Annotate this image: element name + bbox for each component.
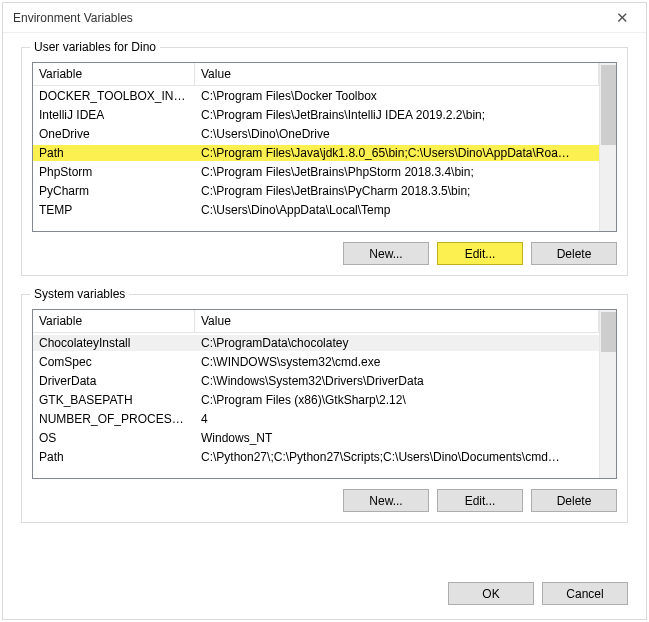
table-row[interactable]: OSWindows_NT: [33, 428, 599, 447]
window-title: Environment Variables: [13, 11, 608, 25]
table-row[interactable]: NUMBER_OF_PROCESSORS4: [33, 409, 599, 428]
cell-value: C:\Program Files\JetBrains\PhpStorm 2018…: [195, 164, 599, 180]
user-variables-group: User variables for Dino Variable Value D…: [21, 47, 628, 276]
sys-edit-button[interactable]: Edit...: [437, 489, 523, 512]
user-header-value[interactable]: Value: [195, 63, 599, 85]
cell-value: 4: [195, 411, 599, 427]
user-edit-button[interactable]: Edit...: [437, 242, 523, 265]
sys-scrollbar[interactable]: [599, 310, 616, 478]
cell-value: C:\Program Files\JetBrains\IntelliJ IDEA…: [195, 107, 599, 123]
system-group-title: System variables: [30, 287, 129, 301]
cell-value: C:\Users\Dino\AppData\Local\Temp: [195, 202, 599, 218]
system-variables-list[interactable]: Variable Value ChocolateyInstallC:\Progr…: [32, 309, 617, 479]
user-new-button[interactable]: New...: [343, 242, 429, 265]
cell-variable: PyCharm: [33, 183, 195, 199]
table-row[interactable]: ComSpecC:\WINDOWS\system32\cmd.exe: [33, 352, 599, 371]
table-row[interactable]: ChocolateyInstallC:\ProgramData\chocolat…: [33, 333, 599, 352]
sys-header-variable[interactable]: Variable: [33, 310, 195, 332]
cell-variable: IntelliJ IDEA: [33, 107, 195, 123]
sys-delete-button[interactable]: Delete: [531, 489, 617, 512]
user-group-title: User variables for Dino: [30, 40, 160, 54]
table-row[interactable]: TEMPC:\Users\Dino\AppData\Local\Temp: [33, 200, 599, 219]
close-icon[interactable]: ✕: [608, 9, 636, 27]
sys-list-inner: Variable Value ChocolateyInstallC:\Progr…: [33, 310, 599, 478]
user-buttons: New... Edit... Delete: [32, 242, 617, 265]
user-delete-button[interactable]: Delete: [531, 242, 617, 265]
cell-value: Windows_NT: [195, 430, 599, 446]
cell-variable: Path: [33, 449, 195, 465]
cell-value: C:\Program Files (x86)\GtkSharp\2.12\: [195, 392, 599, 408]
sys-scroll-thumb[interactable]: [601, 312, 616, 352]
user-headers[interactable]: Variable Value: [33, 63, 599, 86]
table-row[interactable]: PathC:\Program Files\Java\jdk1.8.0_65\bi…: [33, 143, 599, 162]
cell-variable: PhpStorm: [33, 164, 195, 180]
cell-variable: Path: [33, 145, 195, 161]
table-row[interactable]: PyCharmC:\Program Files\JetBrains\PyChar…: [33, 181, 599, 200]
table-row[interactable]: OneDriveC:\Users\Dino\OneDrive: [33, 124, 599, 143]
sys-headers[interactable]: Variable Value: [33, 310, 599, 333]
sys-new-button[interactable]: New...: [343, 489, 429, 512]
titlebar: Environment Variables ✕: [3, 3, 646, 33]
table-row[interactable]: DriverDataC:\Windows\System32\Drivers\Dr…: [33, 371, 599, 390]
window-body: User variables for Dino Variable Value D…: [3, 33, 646, 619]
cell-variable: OS: [33, 430, 195, 446]
cell-value: C:\Program Files\Docker Toolbox: [195, 88, 599, 104]
sys-buttons: New... Edit... Delete: [32, 489, 617, 512]
cell-variable: TEMP: [33, 202, 195, 218]
table-row[interactable]: DOCKER_TOOLBOX_INSTALL…C:\Program Files\…: [33, 86, 599, 105]
cancel-button[interactable]: Cancel: [542, 582, 628, 605]
user-rows: DOCKER_TOOLBOX_INSTALL…C:\Program Files\…: [33, 86, 599, 219]
system-variables-group: System variables Variable Value Chocolat…: [21, 294, 628, 523]
cell-value: C:\Python27\;C:\Python27\Scripts;C:\User…: [195, 449, 599, 465]
environment-variables-window: Environment Variables ✕ User variables f…: [2, 2, 647, 620]
cell-variable: NUMBER_OF_PROCESSORS: [33, 411, 195, 427]
table-row[interactable]: IntelliJ IDEAC:\Program Files\JetBrains\…: [33, 105, 599, 124]
cell-value: C:\Program Files\JetBrains\PyCharm 2018.…: [195, 183, 599, 199]
user-scroll-thumb[interactable]: [601, 65, 616, 145]
cell-variable: GTK_BASEPATH: [33, 392, 195, 408]
ok-button[interactable]: OK: [448, 582, 534, 605]
sys-header-value[interactable]: Value: [195, 310, 599, 332]
sys-rows: ChocolateyInstallC:\ProgramData\chocolat…: [33, 333, 599, 466]
user-list-inner: Variable Value DOCKER_TOOLBOX_INSTALL…C:…: [33, 63, 599, 231]
table-row[interactable]: GTK_BASEPATHC:\Program Files (x86)\GtkSh…: [33, 390, 599, 409]
dialog-footer: OK Cancel: [21, 574, 628, 605]
cell-variable: ChocolateyInstall: [33, 335, 195, 351]
cell-variable: ComSpec: [33, 354, 195, 370]
cell-value: C:\Windows\System32\Drivers\DriverData: [195, 373, 599, 389]
cell-variable: DriverData: [33, 373, 195, 389]
cell-value: C:\ProgramData\chocolatey: [195, 335, 599, 351]
cell-variable: DOCKER_TOOLBOX_INSTALL…: [33, 88, 195, 104]
table-row[interactable]: PhpStormC:\Program Files\JetBrains\PhpSt…: [33, 162, 599, 181]
user-scrollbar[interactable]: [599, 63, 616, 231]
table-row[interactable]: PathC:\Python27\;C:\Python27\Scripts;C:\…: [33, 447, 599, 466]
cell-value: C:\Program Files\Java\jdk1.8.0_65\bin;C:…: [195, 145, 599, 161]
cell-value: C:\WINDOWS\system32\cmd.exe: [195, 354, 599, 370]
cell-value: C:\Users\Dino\OneDrive: [195, 126, 599, 142]
user-header-variable[interactable]: Variable: [33, 63, 195, 85]
user-variables-list[interactable]: Variable Value DOCKER_TOOLBOX_INSTALL…C:…: [32, 62, 617, 232]
cell-variable: OneDrive: [33, 126, 195, 142]
